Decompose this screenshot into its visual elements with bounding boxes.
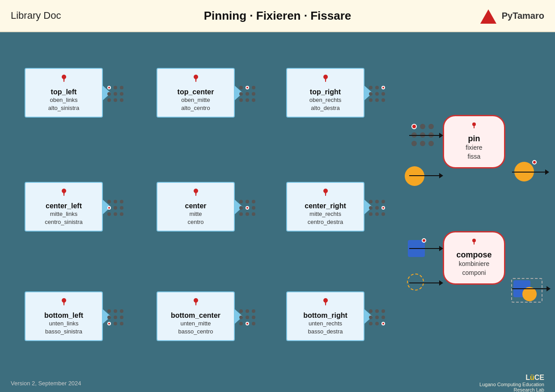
brand-logo: PyTamaro <box>479 6 544 25</box>
pin-decoration-icon <box>165 188 227 200</box>
card-title: bottom_right <box>294 312 356 320</box>
card-title: top_right <box>294 88 356 96</box>
svg-marker-10 <box>324 76 327 82</box>
svg-marker-28 <box>324 300 327 306</box>
pin-arrow-output <box>512 172 546 173</box>
compose-orange-outline-circle <box>407 274 424 291</box>
card-title: top_center <box>165 88 227 96</box>
card-title: bottom_left <box>33 312 95 320</box>
page-title: Pinning · Fixieren · Fissare <box>204 9 351 23</box>
card-subtitle: unten_linksbasso_sinistra <box>33 320 95 336</box>
pin-arrow-line-top <box>409 135 440 136</box>
orange-circle-left <box>405 166 424 186</box>
svg-marker-25 <box>194 300 198 306</box>
svg-marker-7 <box>194 76 198 82</box>
concept-subtitle: fixierefissa <box>466 143 482 161</box>
brand-name: PyTamaro <box>502 11 544 21</box>
concept-pin: pinfixierefissa <box>443 115 505 169</box>
card-bottom_center: bottom_centerunten_mittebasso_centro <box>157 291 235 341</box>
compose-arrow-bottom <box>409 282 440 283</box>
card-top_center: top_centeroben_mittealto_centro <box>157 68 235 118</box>
concept-pin-icon <box>470 238 479 249</box>
card-top_left: top_leftoben_linksalto_sinistra <box>25 68 103 118</box>
pin-decoration-icon <box>294 188 356 200</box>
card-subtitle: oben_mittealto_centro <box>165 96 227 112</box>
svg-marker-22 <box>62 300 66 306</box>
concept-pin-icon <box>470 122 479 133</box>
compose-dot-indicator-1 <box>422 238 426 243</box>
card-title: bottom_center <box>165 312 227 320</box>
card-title: center <box>165 202 227 210</box>
card-bottom_right: bottom_rightunten_rechtsbasso_destra <box>286 291 364 341</box>
card-title: top_left <box>33 88 95 96</box>
header: Library Doc Pinning · Fixieren · Fissare… <box>0 0 555 32</box>
svg-marker-16 <box>194 190 198 196</box>
svg-marker-19 <box>324 190 327 196</box>
dot-grid-center_left <box>107 200 124 217</box>
footer-logo: LüCE Lugano Computing EducationResearch … <box>479 374 544 392</box>
pin-decoration-icon <box>165 74 227 86</box>
compose-arrow-top <box>409 248 440 249</box>
pin-decoration-icon <box>33 298 95 310</box>
card-bottom_left: bottom_leftunten_linksbasso_sinistra <box>25 291 103 341</box>
card-subtitle: unten_rechtsbasso_destra <box>294 320 356 336</box>
card-subtitle: mittecentro <box>165 210 227 226</box>
card-subtitle: oben_linksalto_sinistra <box>33 96 95 112</box>
card-center: centermittecentro <box>157 182 235 232</box>
concept-compose: composekombinierecomponi <box>443 231 505 285</box>
svg-marker-13 <box>62 190 66 196</box>
dot-grid-bottom_center <box>239 309 256 326</box>
card-title: center_left <box>33 202 95 210</box>
dot-grid-top_right <box>369 86 386 103</box>
concept-title: pin <box>468 134 480 143</box>
card-subtitle: unten_mittebasso_centro <box>165 320 227 336</box>
card-center_left: center_leftmitte_linkscentro_sinistra <box>25 182 103 232</box>
svg-rect-32 <box>474 242 475 244</box>
pin-decoration-icon <box>294 298 356 310</box>
concept-subtitle: kombinierecomponi <box>459 260 489 277</box>
card-subtitle: mitte_linkscentro_sinistra <box>33 210 95 226</box>
pin-decoration-icon <box>33 74 95 86</box>
dot-grid-bottom_right <box>369 309 386 326</box>
svg-marker-4 <box>62 76 66 82</box>
card-top_right: top_rightoben_rechtsalto_destra <box>286 68 364 118</box>
pin-decoration-icon <box>165 298 227 310</box>
svg-rect-30 <box>474 126 475 128</box>
footer: Version 2, September 2024 LüCE Lugano Co… <box>0 374 555 392</box>
svg-point-31 <box>472 239 476 242</box>
dot-grid-top_center <box>239 86 256 103</box>
compose-output-dashed-box <box>511 278 542 303</box>
pin-dot-indicator <box>532 160 537 164</box>
version-text: Version 2, September 2024 <box>11 380 81 387</box>
dot-grid-top_left <box>107 86 124 103</box>
pin-decoration-icon <box>294 74 356 86</box>
card-subtitle: mitte_rechtscentro_destra <box>294 210 356 226</box>
card-subtitle: oben_rechtsalto_destra <box>294 96 356 112</box>
pytamaro-logo-icon <box>479 6 498 25</box>
dot-grid-center <box>239 200 256 217</box>
pin-decoration-icon <box>33 188 95 200</box>
svg-point-29 <box>472 122 476 126</box>
main-content: Version 2, September 2024 LüCE Lugano Co… <box>0 32 555 392</box>
dot-grid-center_right <box>369 200 386 217</box>
app-title: Library Doc <box>11 10 61 21</box>
pin-arrow-line-mid <box>409 175 440 176</box>
concept-title: compose <box>456 250 491 260</box>
dot-grid-bottom_left <box>107 309 124 326</box>
card-title: center_right <box>294 202 356 210</box>
card-center_right: center_rightmitte_rechtscentro_destra <box>286 182 364 232</box>
